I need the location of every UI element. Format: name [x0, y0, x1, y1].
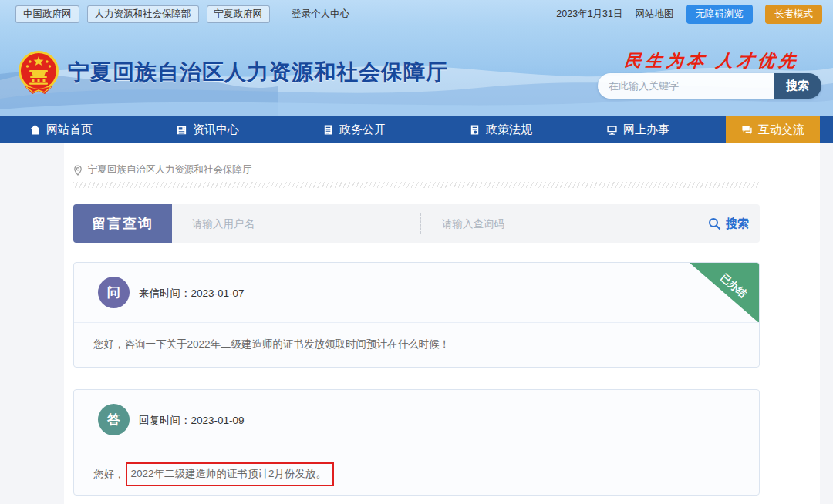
nav-label: 政策法规	[486, 123, 532, 137]
question-card: 问 来信时间：2023-01-07 已办结 您好，咨询一下关于2022年二级建造…	[73, 262, 760, 368]
site-brand: 宁夏回族自治区人力资源和社会保障厅	[17, 49, 448, 96]
nav-label: 政务公开	[339, 123, 386, 137]
question-time: 来信时间：2023-01-07	[139, 287, 245, 301]
link-china-gov[interactable]: 中国政府网	[15, 5, 79, 23]
answer-avatar: 答	[98, 404, 130, 435]
card-divider	[74, 322, 759, 323]
accessibility-button[interactable]: 无障碍浏览	[686, 5, 754, 24]
site-search-input[interactable]	[598, 73, 774, 99]
gov-open-icon	[322, 124, 334, 136]
query-search-label: 搜索	[726, 217, 749, 231]
sitemap-link[interactable]: 网站地图	[636, 8, 674, 21]
nav-label: 网上办事	[623, 123, 669, 137]
national-emblem-logo	[17, 49, 60, 96]
answer-time-value: 2023-01-09	[191, 415, 245, 426]
site-search: 搜索	[598, 73, 821, 99]
answer-time-label: 回复时间：	[139, 415, 191, 426]
hatched-divider	[73, 182, 760, 188]
news-icon	[176, 124, 187, 136]
query-code-input[interactable]	[436, 204, 659, 243]
question-time-label: 来信时间：	[139, 287, 191, 299]
question-avatar: 问	[98, 277, 130, 308]
site-search-button[interactable]: 搜索	[774, 73, 821, 99]
breadcrumb-location[interactable]: 宁夏回族自治区人力资源和社会保障厅	[88, 163, 252, 176]
message-query-tab[interactable]: 留言查询	[73, 204, 172, 243]
message-query-bar: 留言查询 搜索	[73, 204, 760, 243]
nav-item-home[interactable]: 网站首页	[29, 116, 93, 143]
answer-highlighted-text: 2022年二级建造师的证书预计2月份发放。	[126, 462, 335, 486]
answer-content-prefix: 您好，	[93, 467, 125, 482]
policy-icon	[469, 124, 481, 136]
answer-time: 回复时间：2023-01-09	[139, 414, 245, 428]
nav-item-online-services[interactable]: 网上办事	[606, 116, 669, 143]
query-search-button[interactable]: 搜索	[708, 204, 749, 243]
nav-item-policy[interactable]: 政策法规	[469, 116, 532, 143]
login-personal-center-link[interactable]: 登录个人中心	[292, 8, 349, 21]
nav-label: 网站首页	[46, 123, 93, 137]
topbar-right-group: 2023年1月31日 网站地图 无障碍浏览 长者模式	[556, 5, 822, 24]
calligraphy-slogan: 民生为本 人才优先	[623, 49, 801, 72]
link-ningxia-gov[interactable]: 宁夏政府网	[207, 5, 271, 23]
main-navigation: 网站首页 资讯中心 政务公开 政策法规 网上办事 互动交流	[0, 116, 833, 143]
question-content: 您好，咨询一下关于2022年二级建造师的证书发放领取时间预计在什么时候！	[93, 337, 450, 352]
breadcrumb: 宁夏回族自治区人力资源和社会保障厅	[73, 163, 252, 176]
home-icon	[29, 124, 41, 136]
location-pin-icon	[73, 165, 83, 176]
elder-mode-button[interactable]: 长者模式	[765, 5, 822, 24]
card-divider	[74, 452, 759, 452]
input-divider	[420, 213, 421, 234]
gov-links-group: 中国政府网 人力资源和社会保障部 宁夏政府网 登录个人中心	[15, 5, 349, 23]
nav-item-interaction[interactable]: 互动交流	[726, 116, 820, 143]
top-utility-bar: 中国政府网 人力资源和社会保障部 宁夏政府网 登录个人中心 2023年1月31日…	[0, 0, 833, 28]
search-icon	[708, 217, 721, 230]
answer-card: 答 回复时间：2023-01-09 您好， 2022年二级建造师的证书预计2月份…	[73, 389, 760, 496]
question-time-value: 2023-01-07	[191, 287, 245, 299]
nav-item-gov-open[interactable]: 政务公开	[322, 116, 386, 143]
online-service-icon	[606, 124, 618, 136]
site-header: 中国政府网 人力资源和社会保障部 宁夏政府网 登录个人中心 2023年1月31日…	[0, 0, 833, 116]
nav-label: 互动交流	[758, 123, 804, 137]
current-date: 2023年1月31日	[556, 8, 622, 21]
link-mohrss[interactable]: 人力资源和社会保障部	[87, 5, 199, 23]
username-input[interactable]	[186, 204, 413, 243]
nav-label: 资讯中心	[193, 123, 239, 137]
interaction-icon	[741, 124, 753, 136]
answer-content: 您好， 2022年二级建造师的证书预计2月份发放。	[93, 462, 334, 486]
site-title: 宁夏回族自治区人力资源和社会保障厅	[68, 58, 448, 87]
nav-item-news-center[interactable]: 资讯中心	[176, 116, 239, 143]
content-sheet: 宁夏回族自治区人力资源和社会保障厅 留言查询 搜索 问 来信时间：2023-01…	[64, 143, 820, 504]
